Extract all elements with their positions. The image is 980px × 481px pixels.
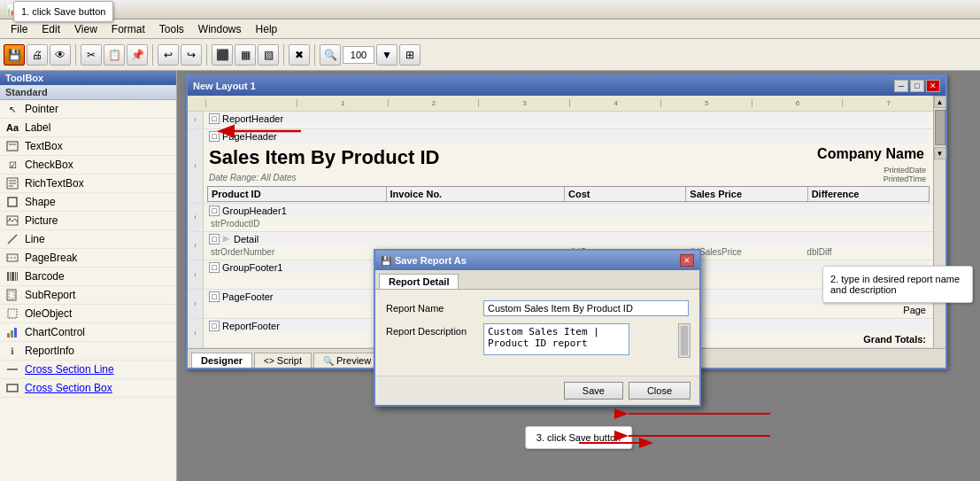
toolbox-line[interactable]: Line	[0, 230, 176, 249]
copy-button[interactable]: 📋	[104, 44, 125, 66]
col-product-id: Product ID	[208, 187, 387, 201]
redo-button[interactable]: ↪	[181, 44, 202, 66]
toolbox-label[interactable]: Aa Label	[0, 119, 176, 137]
page-header-expand[interactable]: □	[209, 131, 220, 142]
print-button[interactable]: 🖨	[27, 44, 48, 66]
menu-format[interactable]: Format	[104, 21, 152, 37]
content-area: New Layout 1 ─ □ ✕ 1 2 3	[177, 71, 980, 481]
subreport-icon	[5, 288, 19, 302]
toolbox-cross-section-line[interactable]: Cross Section Line	[0, 361, 176, 379]
separator-1	[75, 44, 76, 66]
align-right-button[interactable]: ▧	[258, 44, 279, 66]
preview-button[interactable]: 👁	[50, 44, 71, 66]
toolbox-pointer[interactable]: ↖ Pointer	[0, 100, 176, 119]
toolbox-shape[interactable]: Shape	[0, 193, 176, 212]
save-report-dialog: 💾 Save Report As ✕ Report Detail Report …	[374, 249, 701, 407]
scroll-up-button[interactable]: ▲	[934, 96, 946, 108]
section-label-gh[interactable]: −	[188, 204, 204, 231]
report-header-expand[interactable]: □	[209, 113, 220, 124]
zoom-input[interactable]: 100	[343, 46, 374, 64]
toolbox-pagebreak[interactable]: PageBreak	[0, 249, 176, 268]
toolbox-reportinfo[interactable]: ℹ ReportInfo	[0, 342, 176, 361]
checkbox-icon: ☑	[5, 158, 19, 172]
toolbox-cross-section-box[interactable]: Cross Section Box	[0, 379, 176, 398]
toolbox-barcode[interactable]: Barcode	[0, 268, 176, 286]
section-label-rh[interactable]: −	[188, 112, 204, 128]
dialog-footer: Save Close	[375, 376, 699, 405]
zoom-out-button[interactable]: 🔍	[320, 44, 341, 66]
align-center-button[interactable]: ▦	[235, 44, 256, 66]
col-difference: Difference	[808, 187, 929, 201]
zoom-in-button[interactable]: ⊞	[399, 44, 421, 66]
section-label-gf[interactable]: −	[188, 260, 204, 289]
tab-preview[interactable]: 🔍 Preview	[313, 353, 381, 368]
group-header-expand[interactable]: □	[209, 206, 220, 216]
toolbox-textbox[interactable]: TextBox	[0, 137, 176, 156]
scroll-down-button[interactable]: ▼	[934, 147, 946, 159]
toolbox-picture[interactable]: Picture	[0, 212, 176, 230]
field-order-number: strOrderNumber	[211, 247, 390, 257]
mdi-maximize-button[interactable]: □	[910, 80, 924, 92]
svg-rect-16	[17, 272, 18, 281]
dialog-close-btn[interactable]: Close	[629, 382, 691, 400]
desc-scrollbar	[678, 323, 691, 358]
toolbox-section-standard: Standard	[0, 85, 176, 100]
section-label-pf[interactable]: −	[188, 290, 204, 318]
grid-header: Product ID Invoice No. Cost Sales Price …	[207, 186, 930, 202]
toolbar: 💾 1. click Save button 🖨 👁 ✂ 📋 📌 ↩ ↪ ⬛ ▦…	[0, 39, 980, 71]
report-footer-expand[interactable]: □	[209, 321, 220, 331]
section-label-rf[interactable]: −	[188, 319, 204, 347]
section-label-ph[interactable]: −	[188, 129, 204, 203]
tab-script[interactable]: <> Script	[254, 353, 312, 368]
field-product-id: strProductID	[211, 219, 926, 229]
textbox-icon	[5, 139, 19, 153]
report-name-input[interactable]	[483, 300, 689, 316]
menu-edit[interactable]: Edit	[35, 21, 67, 37]
dialog-close-button[interactable]: ✕	[680, 254, 694, 267]
align-left-button[interactable]: ⬛	[212, 44, 233, 66]
dialog-save-button[interactable]: Save	[564, 382, 623, 400]
tab-designer[interactable]: Designer	[191, 353, 252, 368]
toolbox-oleobject[interactable]: OleObject	[0, 305, 176, 323]
ruler-2: 2	[388, 99, 479, 107]
report-section-header: − □ ReportHeader	[188, 112, 933, 129]
oleobject-icon	[5, 306, 19, 321]
zoom-dropdown[interactable]: ▼	[376, 44, 397, 66]
dialog-tab-report-detail[interactable]: Report Detail	[379, 274, 459, 289]
svg-rect-18	[9, 291, 14, 299]
svg-rect-20	[7, 333, 10, 337]
toolbox-chartcontrol[interactable]: ChartControl	[0, 323, 176, 342]
detail-label: Detail	[234, 234, 259, 244]
cut-button[interactable]: ✂	[81, 44, 102, 66]
step3-callout: 3. click Save button	[525, 426, 632, 449]
desc-scroll-thumb[interactable]	[681, 326, 688, 355]
scroll-thumb[interactable]	[935, 110, 945, 145]
page-footer-expand[interactable]: □	[209, 291, 220, 302]
save-button[interactable]: 💾 1. click Save button	[4, 44, 25, 66]
report-desc-textarea[interactable]	[483, 323, 629, 355]
step2-callout: 2. type in desired report name and descr…	[822, 266, 973, 303]
undo-button[interactable]: ↩	[158, 44, 179, 66]
menu-view[interactable]: View	[67, 21, 104, 37]
menu-tools[interactable]: Tools	[152, 21, 191, 37]
section-label-detail[interactable]: −	[188, 232, 204, 260]
report-name-label: Report Name	[386, 300, 483, 314]
group-footer-expand[interactable]: □	[209, 262, 220, 273]
menu-windows[interactable]: Windows	[191, 21, 249, 37]
line-icon	[5, 232, 19, 246]
paste-button[interactable]: 📌	[127, 44, 148, 66]
menu-help[interactable]: Help	[249, 21, 285, 37]
svg-rect-15	[15, 272, 16, 281]
mdi-close-button[interactable]: ✕	[926, 80, 940, 92]
toolbox-checkbox[interactable]: ☑ CheckBox	[0, 156, 176, 175]
cross-section-line-icon	[5, 362, 19, 376]
toolbox-richtextbox[interactable]: RichTextBox	[0, 175, 176, 193]
reportinfo-icon: ℹ	[5, 344, 19, 358]
menu-file[interactable]: File	[4, 21, 35, 37]
report-header-body: □ ReportHeader	[204, 112, 933, 128]
toolbox-subreport[interactable]: SubReport	[0, 286, 176, 305]
mdi-minimize-button[interactable]: ─	[894, 80, 908, 92]
detail-expand[interactable]: □	[209, 234, 220, 244]
delete-button[interactable]: ✖	[289, 44, 310, 66]
ruler-3: 3	[478, 99, 569, 107]
